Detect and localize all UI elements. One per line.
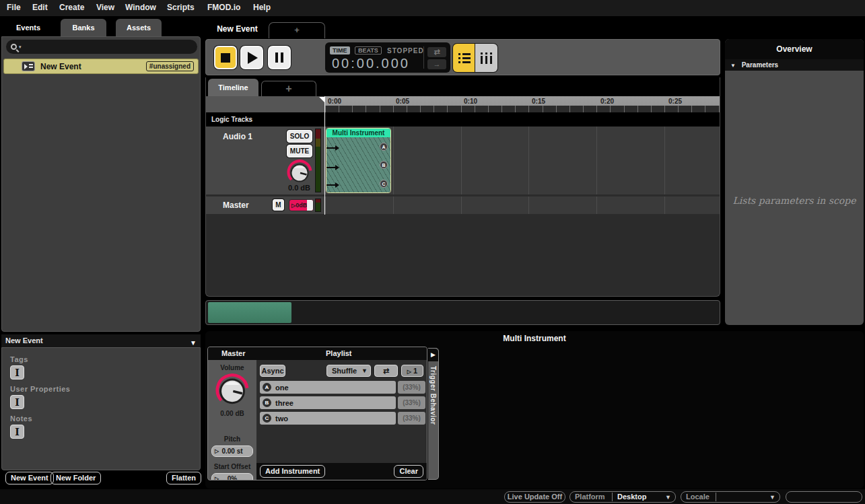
play-count-spinner[interactable]: ▷ 1 xyxy=(401,365,423,377)
master-fader[interactable]: ▷0dB xyxy=(289,199,314,211)
spinner-tri-icon: ▷ xyxy=(407,369,411,375)
playlist-mode-dropdown[interactable]: Shuffle ▼ xyxy=(326,365,371,377)
playhead[interactable] xyxy=(324,96,325,215)
platform-dropdown[interactable]: Platform Desktop ▼ xyxy=(569,491,676,503)
dropdown-caret-icon: ▼ xyxy=(769,494,775,501)
tab-new-event[interactable]: New Event xyxy=(209,20,266,38)
clip-title[interactable]: Multi Instrument xyxy=(326,129,390,137)
start-offset-spinner[interactable]: ▷ 0% xyxy=(211,473,253,480)
pitch-spinner[interactable]: ▷ 0.00 st xyxy=(211,445,253,457)
trigger-marker-icon xyxy=(326,145,339,151)
playlist-item-weight[interactable]: (33%) xyxy=(398,396,425,409)
user-properties-edit-button[interactable]: I xyxy=(10,395,24,409)
time-mode-badge[interactable]: TIME xyxy=(330,46,350,55)
divider xyxy=(716,493,716,501)
tab-assets[interactable]: Assets xyxy=(116,19,162,36)
menu-create[interactable]: Create xyxy=(59,3,84,12)
tab-banks[interactable]: Banks xyxy=(61,19,106,36)
tags-edit-button[interactable]: I xyxy=(10,365,24,380)
divider xyxy=(423,46,424,69)
live-update-button[interactable]: Live Update Off xyxy=(504,491,565,503)
menu-edit[interactable]: Edit xyxy=(32,3,48,12)
master-fader-value: 0dB xyxy=(296,202,307,209)
add-timeline-tab-button[interactable]: + xyxy=(261,81,316,96)
list-view-icon xyxy=(458,53,471,55)
timeline-overview-strip[interactable] xyxy=(205,300,720,325)
flatten-button[interactable]: Flatten xyxy=(166,472,201,484)
audio-level-meter xyxy=(315,129,321,192)
logic-tracks-label: Logic Tracks xyxy=(211,116,252,123)
menu-help[interactable]: Help xyxy=(253,3,271,12)
parameters-empty-text: Lists parameters in scope xyxy=(725,195,864,206)
clip-body[interactable]: A B C xyxy=(326,137,390,193)
properties-header[interactable]: New Event ▼ xyxy=(1,334,201,347)
async-button[interactable]: Async xyxy=(260,365,285,377)
logic-tracks-header: Logic Tracks xyxy=(206,112,720,127)
trigger-play-icon[interactable]: ▶ xyxy=(428,349,438,361)
menu-window[interactable]: Window xyxy=(125,3,156,12)
ruler-tick: 0:25 xyxy=(668,98,682,105)
follow-playhead-button[interactable]: → xyxy=(427,59,446,69)
tab-timeline[interactable]: Timeline xyxy=(208,79,258,96)
ruler-tick: 0:15 xyxy=(532,98,545,105)
platform-value: Desktop xyxy=(617,493,646,501)
parameters-section-header[interactable]: ▼ Parameters xyxy=(725,59,864,71)
menu-file[interactable]: File xyxy=(7,3,21,12)
tab-events[interactable]: Events xyxy=(5,19,51,36)
playlist-row[interactable]: Bthree (33%) xyxy=(260,396,427,409)
search-input[interactable]: ▾ xyxy=(6,40,197,54)
master-track-header[interactable]: Master M ▷0dB xyxy=(206,196,325,214)
new-event-button[interactable]: New Event xyxy=(5,472,54,484)
ruler-tick: 0:10 xyxy=(464,98,477,105)
pitch-value: 0.00 st xyxy=(221,447,242,455)
new-folder-button[interactable]: New Folder xyxy=(50,472,101,484)
loop-playback-button[interactable]: ⇄ xyxy=(427,47,446,57)
menu-fmodio[interactable]: FMOD.io xyxy=(207,3,240,12)
unassigned-badge: #unassigned xyxy=(146,61,194,71)
tracks-view-button[interactable] xyxy=(453,44,475,72)
master-track-lane[interactable] xyxy=(325,196,720,214)
fader-handle[interactable] xyxy=(307,200,313,211)
pause-button[interactable] xyxy=(268,46,291,69)
solo-button[interactable]: SOLO xyxy=(287,130,312,143)
playlist-slot-badge: C xyxy=(263,414,271,423)
multi-instrument-panel: Master Playlist Volume 0.00 dB Pitch ▷ 0… xyxy=(207,347,427,480)
transport-bar: TIME BEATS STOPPED 00:00.000 ⇄ → xyxy=(205,39,720,75)
deck-panel-header: Master Playlist xyxy=(208,347,427,360)
playlist-loop-button[interactable]: ⇄ xyxy=(374,365,398,377)
playlist-row[interactable]: Ctwo (33%) xyxy=(260,412,427,425)
deck-playlist-column: Async Shuffle ▼ ⇄ ▷ 1 Aone (33%) Bthree … xyxy=(256,360,427,480)
event-list-item[interactable]: New Event #unassigned xyxy=(3,59,199,74)
master-mute-button[interactable]: M xyxy=(273,199,284,211)
audio-track-header[interactable]: Audio 1 SOLO MUTE 0.0 dB xyxy=(206,127,325,194)
trigger-behavior-tab[interactable]: ▶ Trigger Behavior xyxy=(428,348,439,480)
overview-scroll-thumb[interactable] xyxy=(208,302,291,323)
play-button[interactable] xyxy=(240,46,263,69)
tags-label: Tags xyxy=(10,355,28,363)
timeline-ruler[interactable]: 0:00 0:05 0:10 0:15 0:20 0:25 xyxy=(325,96,720,112)
start-offset-value: 0% xyxy=(228,475,237,480)
properties-body: Tags I User Properties I Notes I xyxy=(1,347,201,470)
playlist-item-name: three xyxy=(275,399,293,407)
deck-volume-knob[interactable] xyxy=(214,372,250,411)
clear-button[interactable]: Clear xyxy=(394,465,423,478)
playlist-item-weight[interactable]: (33%) xyxy=(398,412,425,425)
ruler-tick: 0:00 xyxy=(328,98,341,105)
menu-scripts[interactable]: Scripts xyxy=(167,3,195,12)
play-count-value: 1 xyxy=(413,367,417,375)
notes-edit-button[interactable]: I xyxy=(10,425,24,439)
beats-mode-badge[interactable]: BEATS xyxy=(355,46,382,55)
menu-view[interactable]: View xyxy=(96,3,114,12)
mixer-view-button[interactable] xyxy=(475,44,497,72)
add-instrument-button[interactable]: Add Instrument xyxy=(260,465,325,478)
stop-button[interactable] xyxy=(214,46,237,69)
playlist-row[interactable]: Aone (33%) xyxy=(260,381,427,394)
playlist-item-weight[interactable]: (33%) xyxy=(398,381,425,394)
play-icon xyxy=(248,52,258,64)
add-event-tab-button[interactable]: + xyxy=(269,22,325,38)
dropdown-caret-icon: ▼ xyxy=(665,494,671,501)
section-caret-icon[interactable]: ▼ xyxy=(730,63,736,69)
mute-button[interactable]: MUTE xyxy=(287,145,312,157)
locale-dropdown[interactable]: Locale ▼ xyxy=(681,491,780,503)
multi-instrument-clip[interactable]: Multi Instrument A B C xyxy=(326,128,391,193)
